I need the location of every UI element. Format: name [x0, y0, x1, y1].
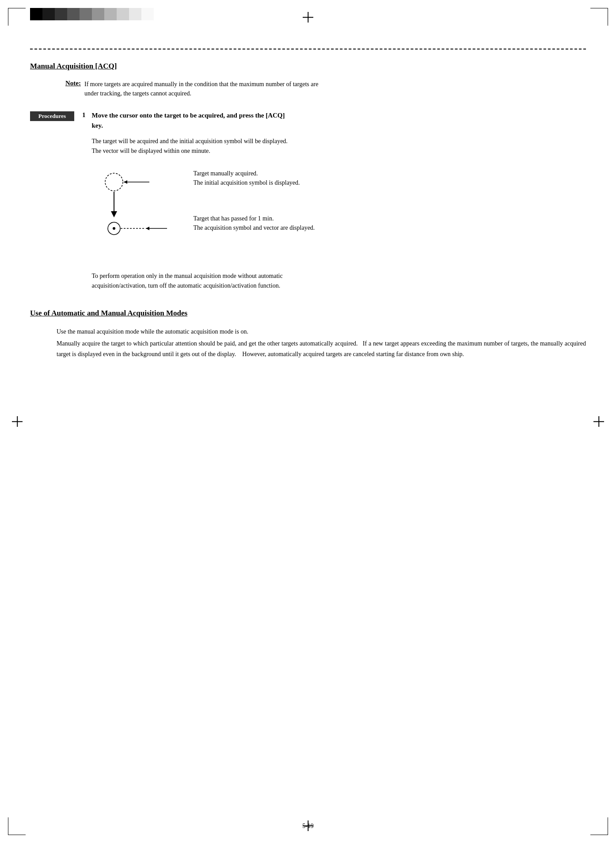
- bar-seg-9: [129, 8, 141, 20]
- crosshair-left: [12, 416, 23, 427]
- corner-mark-bl: [8, 817, 26, 835]
- step-note: To perform operation only in the manual …: [92, 271, 586, 291]
- svg-point-0: [105, 173, 123, 191]
- step-description: The target will be acquired and the init…: [92, 137, 586, 156]
- diagram-labels: Target manually acquired. The initial ac…: [194, 164, 315, 232]
- diagram-label-2: Target that has passed for 1 min. The ac…: [194, 214, 315, 232]
- bar-seg-3: [55, 8, 67, 20]
- bar-seg-2: [42, 8, 55, 20]
- section2-line1: Use the manual acquisition mode while th…: [57, 327, 586, 337]
- diagram-area: Target manually acquired. The initial ac…: [92, 164, 586, 263]
- bar-seg-8: [117, 8, 129, 20]
- corner-mark-br: [590, 817, 608, 835]
- bar-seg-4: [67, 8, 80, 20]
- diagram-svg: [92, 164, 180, 263]
- corner-mark-tr: [590, 8, 608, 26]
- bar-seg-6: [92, 8, 104, 20]
- diagram-label-1: Target manually acquired. The initial ac…: [194, 169, 315, 187]
- section1: Manual Acquisition [ACQ] Note: If more t…: [30, 62, 586, 291]
- page-number: 5-19: [302, 823, 314, 830]
- section2-title: Use of Automatic and Manual Acquisition …: [30, 309, 586, 318]
- section1-title: Manual Acquisition [ACQ]: [30, 62, 586, 71]
- crosshair-right: [593, 416, 604, 427]
- svg-marker-4: [111, 211, 117, 217]
- procedures-badge: Procedures: [30, 111, 74, 121]
- procedures-row: Procedures 1 Move the cursor onto the ta…: [30, 110, 586, 291]
- section2-line2: Manually acquire the target to which par…: [57, 338, 586, 360]
- bar-seg-7: [104, 8, 117, 20]
- svg-point-6: [113, 227, 115, 230]
- note-text: If more targets are acquired manually in…: [84, 80, 318, 98]
- svg-marker-9: [146, 227, 149, 230]
- bar-seg-5: [80, 8, 92, 20]
- corner-mark-tl: [8, 8, 26, 26]
- step-content: Move the cursor onto the target to be ac…: [92, 110, 586, 291]
- step-number: 1: [82, 111, 86, 119]
- bar-seg-10: [141, 8, 154, 20]
- step-instruction: Move the cursor onto the target to be ac…: [92, 110, 586, 130]
- note-label: Note:: [65, 80, 81, 87]
- main-content: Manual Acquisition [ACQ] Note: If more t…: [30, 57, 586, 816]
- bar-seg-1: [30, 8, 42, 20]
- section2: Use of Automatic and Manual Acquisition …: [30, 309, 586, 360]
- note-block: Note: If more targets are acquired manua…: [65, 80, 586, 98]
- dashed-separator: [30, 49, 586, 49]
- crosshair-top: [303, 12, 313, 23]
- top-bar: [30, 8, 154, 20]
- section2-body: Use the manual acquisition mode while th…: [57, 327, 586, 360]
- svg-marker-2: [124, 180, 127, 184]
